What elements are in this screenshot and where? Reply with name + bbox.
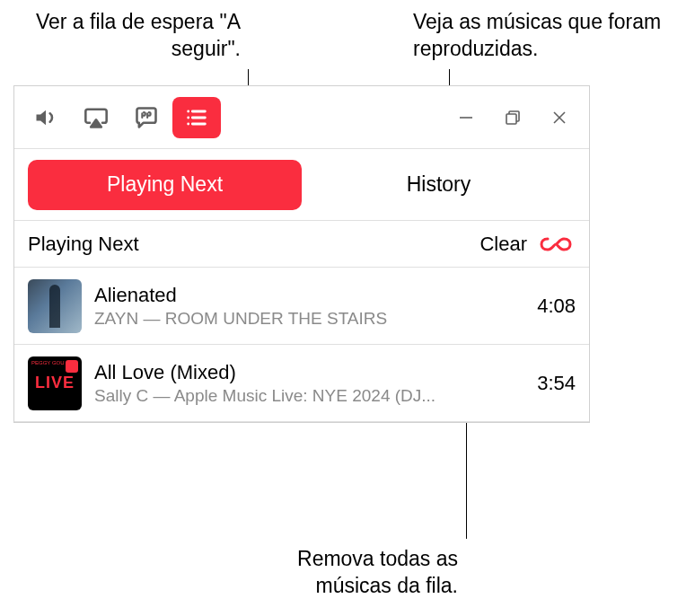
lyrics-button[interactable]	[122, 97, 171, 138]
track-title: Alienated	[94, 284, 524, 307]
album-art	[28, 279, 82, 333]
callout-history: Veja as músicas que foram reproduzidas.	[413, 9, 678, 63]
track-artist: Sally C — Apple Music Live: NYE 2024 (DJ…	[94, 386, 524, 406]
close-button[interactable]	[537, 97, 582, 138]
track-list: Alienated ZAYN — ROOM UNDER THE STAIRS 4…	[14, 268, 589, 422]
tab-history[interactable]: History	[302, 160, 576, 210]
track-duration: 4:08	[537, 295, 576, 318]
title-bar	[14, 86, 589, 149]
tab-playing-next[interactable]: Playing Next	[28, 160, 302, 210]
album-art-sublabel: PEGGY GOU	[31, 360, 65, 365]
section-header: Playing Next Clear	[14, 221, 589, 268]
infinity-icon	[540, 233, 572, 255]
volume-icon	[33, 105, 58, 130]
album-art: PEGGY GOU LIVE	[28, 356, 82, 410]
minimize-icon	[457, 109, 475, 127]
airplay-icon	[84, 105, 109, 130]
music-app-window: Playing Next History Playing Next Clear …	[13, 85, 590, 423]
track-row[interactable]: Alienated ZAYN — ROOM UNDER THE STAIRS 4…	[14, 268, 589, 345]
clear-button[interactable]: Clear	[471, 233, 536, 256]
maximize-button[interactable]	[490, 97, 535, 138]
track-row[interactable]: PEGGY GOU LIVE All Love (Mixed) Sally C …	[14, 345, 589, 422]
maximize-icon	[504, 109, 522, 127]
svg-point-5	[187, 122, 189, 125]
album-art-label: LIVE	[35, 374, 75, 392]
svg-rect-8	[506, 114, 516, 124]
track-duration: 3:54	[537, 372, 576, 395]
svg-point-4	[187, 116, 189, 119]
tabs-row: Playing Next History	[14, 149, 589, 221]
minimize-button[interactable]	[444, 97, 488, 138]
track-artist: ZAYN — ROOM UNDER THE STAIRS	[94, 309, 524, 329]
callout-clear: Remova todas as músicas da fila.	[251, 546, 458, 600]
queue-button[interactable]	[172, 97, 221, 138]
volume-button[interactable]	[22, 97, 70, 138]
section-title: Playing Next	[28, 233, 471, 256]
autoplay-button[interactable]	[536, 233, 576, 255]
close-icon	[550, 109, 568, 127]
svg-point-3	[187, 110, 189, 112]
track-title: All Love (Mixed)	[94, 361, 524, 384]
track-info: Alienated ZAYN — ROOM UNDER THE STAIRS	[94, 284, 524, 329]
queue-icon	[184, 105, 209, 130]
airplay-button[interactable]	[72, 97, 120, 138]
callout-queue: Ver a fila de espera "A seguir".	[34, 9, 241, 63]
lyrics-icon	[134, 105, 159, 130]
track-info: All Love (Mixed) Sally C — Apple Music L…	[94, 361, 524, 406]
